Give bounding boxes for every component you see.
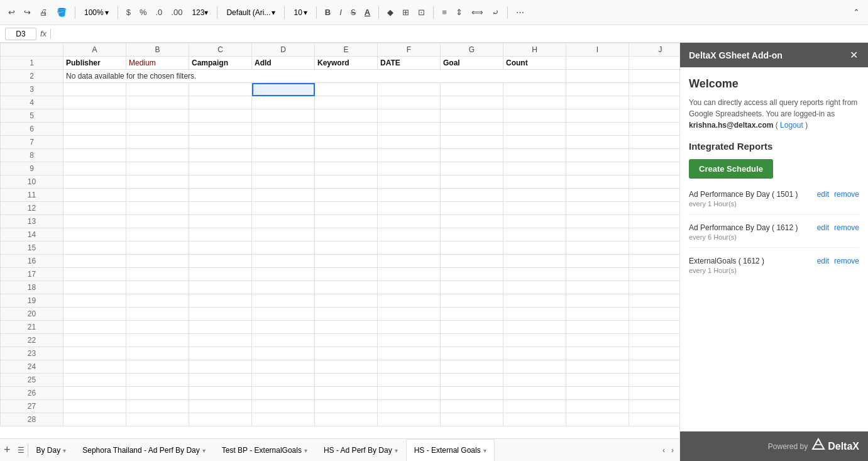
cell-22-0[interactable] [63, 334, 126, 347]
percent-button[interactable]: % [136, 5, 150, 19]
cell-16-4[interactable] [315, 255, 378, 268]
cell-16-9[interactable] [629, 255, 680, 268]
cell-5-1[interactable] [126, 109, 189, 123]
cell-24-8[interactable] [566, 360, 629, 374]
decimal-less-button[interactable]: .0 [153, 5, 166, 19]
cell-19-1[interactable] [126, 294, 189, 308]
cell-5-3[interactable] [252, 109, 315, 123]
cell-j2[interactable] [629, 70, 680, 83]
cell-6-6[interactable] [441, 123, 503, 136]
cell-7-0[interactable] [63, 136, 126, 149]
cell-13-4[interactable] [315, 215, 378, 228]
cell-24-0[interactable] [63, 360, 126, 374]
cell-28-2[interactable] [189, 413, 252, 426]
cell-24-1[interactable] [126, 360, 189, 374]
cell-7-3[interactable] [252, 136, 315, 149]
schedule-remove-0[interactable]: remove [834, 190, 859, 199]
cell-14-8[interactable] [566, 228, 629, 242]
cell-19-5[interactable] [378, 294, 441, 308]
sheet-tab-4[interactable]: HS - External Goals▾ [406, 439, 495, 461]
wrap-button[interactable]: ⟺ [468, 5, 486, 19]
cell-6-4[interactable] [315, 123, 378, 136]
cell-9-2[interactable] [189, 162, 252, 175]
cell-15-3[interactable] [252, 242, 315, 255]
cell-9-1[interactable] [126, 162, 189, 175]
sheet-menu-button[interactable]: ☰ [14, 443, 28, 457]
col-header-h[interactable]: H [503, 43, 566, 57]
cell-6-0[interactable] [63, 123, 126, 136]
cell-14-2[interactable] [189, 228, 252, 242]
cell-27-2[interactable] [189, 400, 252, 413]
cell-13-9[interactable] [629, 215, 680, 228]
cell-6-1[interactable] [126, 123, 189, 136]
cell-24-6[interactable] [441, 360, 503, 374]
cell-24-9[interactable] [629, 360, 680, 374]
cell-8-0[interactable] [63, 149, 126, 162]
cell-7-2[interactable] [189, 136, 252, 149]
cell-18-7[interactable] [503, 281, 566, 294]
cell-5-4[interactable] [315, 109, 378, 123]
cell-17-3[interactable] [252, 268, 315, 281]
cell-j3[interactable] [629, 83, 680, 96]
cell-24-4[interactable] [315, 360, 378, 374]
cell-4-9[interactable] [629, 96, 680, 109]
cell-28-0[interactable] [63, 413, 126, 426]
cell-20-1[interactable] [126, 308, 189, 321]
undo-button[interactable]: ↩ [5, 5, 18, 19]
cell-15-8[interactable] [566, 242, 629, 255]
cell-11-2[interactable] [189, 189, 252, 202]
cell-17-8[interactable] [566, 268, 629, 281]
cell-21-2[interactable] [189, 321, 252, 334]
cell-21-1[interactable] [126, 321, 189, 334]
cell-14-9[interactable] [629, 228, 680, 242]
cell-18-2[interactable] [189, 281, 252, 294]
cell-16-8[interactable] [566, 255, 629, 268]
cell-16-1[interactable] [126, 255, 189, 268]
cell-25-5[interactable] [378, 374, 441, 387]
cell-17-2[interactable] [189, 268, 252, 281]
cell-28-8[interactable] [566, 413, 629, 426]
sheet-tab-2[interactable]: Test BP - ExternalGoals▾ [214, 439, 316, 461]
col-header-b[interactable]: B [126, 43, 189, 57]
cell-27-7[interactable] [503, 400, 566, 413]
cell-b3[interactable] [126, 83, 189, 96]
cell-22-8[interactable] [566, 334, 629, 347]
cell-11-1[interactable] [126, 189, 189, 202]
cell-5-5[interactable] [378, 109, 441, 123]
cell-8-6[interactable] [441, 149, 503, 162]
redo-button[interactable]: ↪ [21, 5, 34, 19]
cell-20-3[interactable] [252, 308, 315, 321]
cell-26-1[interactable] [126, 387, 189, 400]
print-button[interactable]: 🖨 [36, 5, 51, 19]
cell-5-0[interactable] [63, 109, 126, 123]
cell-4-7[interactable] [503, 96, 566, 109]
cell-6-3[interactable] [252, 123, 315, 136]
schedule-edit-1[interactable]: edit [817, 223, 829, 232]
cell-7-1[interactable] [126, 136, 189, 149]
cell-25-9[interactable] [629, 374, 680, 387]
cell-22-1[interactable] [126, 334, 189, 347]
cell-12-3[interactable] [252, 202, 315, 215]
cell-25-2[interactable] [189, 374, 252, 387]
cell-26-5[interactable] [378, 387, 441, 400]
col-header-d[interactable]: D [252, 43, 315, 57]
sheet-tab-0[interactable]: By Day▾ [28, 439, 75, 461]
cell-14-1[interactable] [126, 228, 189, 242]
cell-17-5[interactable] [378, 268, 441, 281]
cell-11-6[interactable] [441, 189, 503, 202]
cell-6-2[interactable] [189, 123, 252, 136]
cell-24-2[interactable] [189, 360, 252, 374]
cell-h3[interactable] [503, 83, 566, 96]
cell-28-1[interactable] [126, 413, 189, 426]
cell-5-9[interactable] [629, 109, 680, 123]
cell-13-3[interactable] [252, 215, 315, 228]
cell-15-2[interactable] [189, 242, 252, 255]
cell-9-8[interactable] [566, 162, 629, 175]
bold-button[interactable]: B [322, 5, 334, 19]
cell-26-3[interactable] [252, 387, 315, 400]
cell-12-7[interactable] [503, 202, 566, 215]
cell-19-8[interactable] [566, 294, 629, 308]
cell-6-9[interactable] [629, 123, 680, 136]
cell-15-5[interactable] [378, 242, 441, 255]
cell-25-4[interactable] [315, 374, 378, 387]
